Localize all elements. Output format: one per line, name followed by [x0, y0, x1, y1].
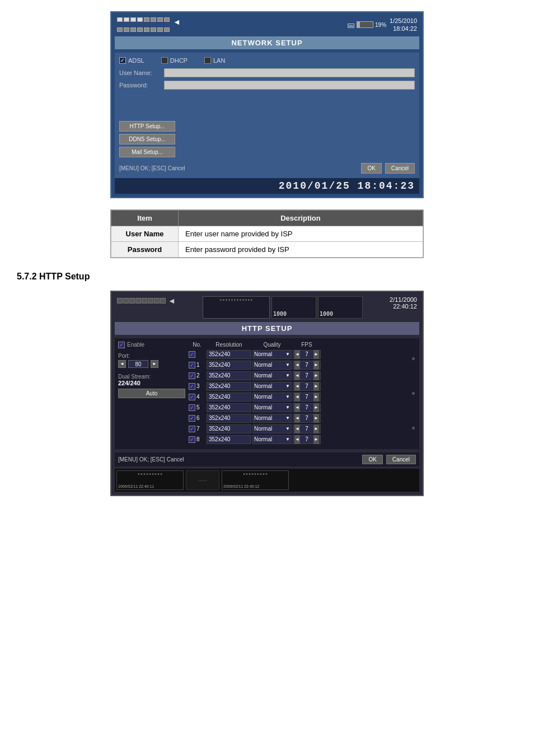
cam-timestamp-2: 2006/02/11 22:40:12 — [223, 484, 259, 488]
lan-checkbox[interactable] — [204, 57, 211, 64]
row-fps-5: ◄ 7 ► — [293, 403, 321, 412]
password-row: Password: — [119, 81, 415, 90]
row-quality-3[interactable]: Normal▼ — [252, 382, 292, 391]
dual-stream-auto[interactable]: Auto — [118, 389, 185, 398]
fps-increase-3[interactable]: ► — [313, 382, 319, 391]
fps-increase-2[interactable]: ► — [313, 371, 319, 380]
username-input[interactable] — [164, 68, 415, 77]
http-ok-button[interactable]: OK — [362, 455, 382, 464]
row-checkbox-4[interactable] — [189, 394, 195, 400]
row-resolution-8: 352x240 — [207, 435, 251, 444]
http-table-row: 352x240Normal▼ ◄ 7 ► — [189, 350, 407, 359]
mail-setup-button[interactable]: Mail Setup... — [119, 147, 175, 157]
http-signal-blocks — [117, 298, 166, 304]
sig-b7 — [157, 27, 163, 32]
fps-increase-1[interactable]: ► — [313, 361, 319, 370]
password-input[interactable] — [164, 81, 415, 90]
fps-decrease-1[interactable]: ◄ — [294, 361, 300, 370]
cancel-button[interactable]: Cancel — [385, 163, 415, 174]
row-quality-8[interactable]: Normal▼ — [252, 435, 292, 444]
row-resolution-0: 352x240 — [207, 350, 251, 359]
fps-decrease-5[interactable]: ◄ — [294, 403, 300, 412]
row-checkbox-7[interactable] — [189, 426, 195, 432]
no-cell-8: 8 — [189, 436, 205, 443]
row-checkbox-6[interactable] — [189, 415, 195, 422]
fps-increase-4[interactable]: ► — [313, 393, 319, 402]
row-resolution-1: 352x240 — [207, 361, 251, 370]
http-sig-1 — [117, 298, 123, 304]
row-checkbox-1[interactable] — [189, 362, 195, 368]
fps-increase-8[interactable]: ► — [313, 435, 319, 444]
quality-text-2: Normal — [254, 372, 272, 379]
port-decrease-button[interactable]: ◄ — [118, 360, 126, 368]
row-resolution-7: 352x240 — [207, 424, 251, 433]
fps-increase-7[interactable]: ► — [313, 424, 319, 433]
sig-6 — [151, 17, 156, 22]
http-cancel-button[interactable]: Cancel — [386, 455, 416, 464]
http-cam-footer-1: 2006/02/11 22:40:11 — [116, 470, 184, 490]
http-table-row: 6352x240Normal▼ ◄ 7 ► — [189, 414, 407, 423]
row-quality-6[interactable]: Normal▼ — [252, 414, 292, 423]
cam-label-text: 1000 — [273, 311, 315, 317]
port-increase-button[interactable]: ► — [151, 360, 158, 368]
http-enable-row[interactable]: Enable — [118, 342, 185, 348]
no-cell-5: 5 — [189, 404, 205, 411]
http-port-control: ◄ 80 ► — [118, 360, 185, 368]
no-cell-0 — [189, 351, 205, 358]
ok-button[interactable]: OK — [361, 163, 381, 174]
row-checkbox-5[interactable] — [189, 404, 195, 411]
fps-decrease-7[interactable]: ◄ — [294, 424, 300, 433]
adsl-option[interactable]: ADSL — [119, 57, 144, 64]
fps-decrease-6[interactable]: ◄ — [294, 414, 300, 423]
sig-2 — [124, 17, 129, 22]
dhcp-checkbox[interactable] — [161, 57, 168, 64]
row-checkbox-0[interactable] — [189, 351, 195, 358]
fps-decrease-4[interactable]: ◄ — [294, 393, 300, 402]
ddns-setup-button[interactable]: DDNS Setup... — [119, 134, 175, 144]
fps-decrease-8[interactable]: ◄ — [294, 435, 300, 444]
quality-text-1: Normal — [254, 362, 272, 368]
row-quality-4[interactable]: Normal▼ — [252, 393, 292, 402]
network-setup-title: NETWORK SETUP — [115, 36, 419, 49]
row-checkbox-8[interactable] — [189, 436, 195, 443]
fps-increase-5[interactable]: ► — [313, 403, 319, 412]
col-resolution-header: Resolution — [207, 342, 251, 348]
spacer — [119, 93, 415, 110]
http-left-panel: Enable Port: ◄ 80 ► Dual Stream: 224/240… — [118, 342, 185, 446]
row-no-5: 5 — [196, 404, 200, 410]
sig-b3 — [130, 27, 136, 32]
fps-value-0: 7 — [304, 351, 310, 357]
row-resolution-2: 352x240 — [207, 371, 251, 380]
footer-cam-dots-2 — [243, 473, 268, 475]
battery-percent: 19% — [375, 22, 386, 28]
http-top-bar: ◄ 1000 1000 2/11/2000 22:40:12 — [115, 295, 419, 320]
fps-decrease-0[interactable]: ◄ — [294, 350, 300, 359]
row-checkbox-3[interactable] — [189, 383, 195, 390]
http-dvr-icon: ◄ — [168, 296, 176, 305]
row-no-7: 7 — [196, 426, 200, 432]
dhcp-option[interactable]: DHCP — [161, 57, 188, 64]
adsl-checkbox[interactable] — [119, 57, 126, 64]
strip-dot-2 — [412, 392, 415, 395]
lan-label: LAN — [213, 57, 225, 64]
row-checkbox-2[interactable] — [189, 372, 195, 379]
row-quality-7[interactable]: Normal▼ — [252, 424, 292, 433]
lan-option[interactable]: LAN — [204, 57, 225, 64]
fps-value-2: 7 — [304, 372, 310, 379]
fps-decrease-2[interactable]: ◄ — [294, 371, 300, 380]
strip-dot-3 — [412, 427, 415, 430]
fps-decrease-3[interactable]: ◄ — [294, 382, 300, 391]
battery-fill — [357, 22, 360, 27]
fps-value-8: 7 — [304, 436, 310, 442]
http-setup-button[interactable]: HTTP Setup... — [119, 121, 175, 132]
row-quality-2[interactable]: Normal▼ — [252, 371, 292, 380]
http-sig-2 — [123, 298, 129, 304]
fps-increase-6[interactable]: ► — [313, 414, 319, 423]
http-enable-checkbox[interactable] — [118, 342, 125, 348]
hdd-icon-area: 🖴 19% — [347, 20, 386, 29]
row-quality-1[interactable]: Normal▼ — [252, 361, 292, 370]
row-quality-5[interactable]: Normal▼ — [252, 403, 292, 412]
fps-increase-0[interactable]: ► — [313, 350, 319, 359]
sig-5 — [144, 17, 149, 22]
row-quality-0[interactable]: Normal▼ — [252, 350, 292, 359]
